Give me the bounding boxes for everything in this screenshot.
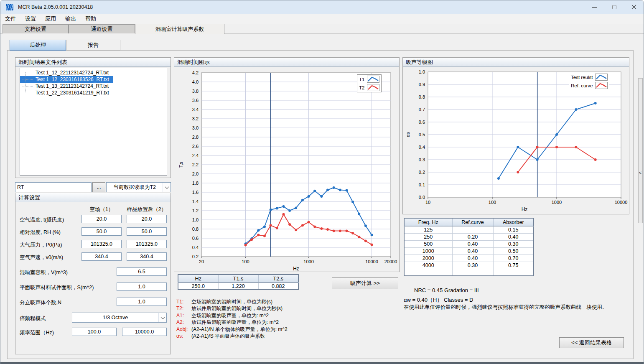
table-row: 5000.400.30	[404, 240, 534, 247]
svg-text:2.6: 2.6	[192, 144, 199, 149]
nrc-result: NRC = 0.45 Gradation = III	[414, 287, 479, 293]
svg-text:1.6: 1.6	[192, 190, 199, 195]
maximize-button[interactable]	[604, 0, 624, 14]
table-row: 250.0 1.220 0.882	[178, 283, 298, 290]
svg-text:3.6: 3.6	[192, 98, 199, 103]
list-item[interactable]: Test 1_12_221123142724_RT.txt	[20, 69, 112, 76]
col-header-t1: T1,s	[218, 275, 258, 283]
sound-speed-field2[interactable]	[127, 252, 167, 261]
panel-splitter[interactable]: <	[638, 78, 643, 223]
data-read-combo-value: 当前数据读取为T2	[107, 184, 163, 191]
svg-text:0.8: 0.8	[192, 227, 199, 232]
absorber-count-field[interactable]	[117, 298, 167, 306]
tree-branch-icon	[23, 93, 33, 93]
note-text: 空场混响室的混响时间，单位为秒(s)	[191, 298, 272, 305]
menu-file[interactable]: 文件	[0, 15, 20, 23]
sound-speed-field1[interactable]	[81, 252, 122, 261]
subtab-post-processing[interactable]: 后处理	[10, 40, 66, 51]
octave-mode-label: 倍频程模式	[20, 315, 46, 322]
rt-name-input[interactable]	[15, 182, 92, 192]
svg-text:3.4: 3.4	[192, 107, 199, 112]
svg-text:4.0: 4.0	[192, 79, 199, 84]
air-temp-field2[interactable]	[127, 215, 167, 223]
cell	[404, 269, 452, 276]
octave-mode-value: 1/3 Octave	[72, 315, 158, 321]
pressure-field2[interactable]	[127, 240, 167, 248]
svg-text:0.6: 0.6	[419, 120, 425, 125]
cell: 0.40	[452, 247, 493, 255]
rt-chart: 0.20.40.60.81.01.21.41.61.82.02.22.42.62…	[174, 67, 400, 272]
octave-mode-combo[interactable]: 1/3 Octave	[72, 313, 167, 323]
browse-button[interactable]: ...	[92, 182, 105, 192]
room-volume-field[interactable]	[117, 267, 167, 276]
note-key: αs:	[176, 333, 190, 339]
svg-text:1.4: 1.4	[192, 199, 199, 204]
calc-settings-group: 计算设置 空场（1） 样品放置后（2） 空气温度, t(摄氏度) 相对湿度, R…	[15, 193, 171, 354]
svg-text:0.2: 0.2	[419, 170, 425, 175]
list-item[interactable]: Test 1_13_221123142724_RT.txt	[20, 83, 112, 89]
note-text: 放试件后混响室的吸声量，单位为: m^2	[191, 319, 279, 326]
svg-text:0.6: 0.6	[192, 236, 199, 241]
svg-text:1.0: 1.0	[419, 69, 425, 74]
aw-result: αw = 0.40（H） Classes = D	[404, 296, 473, 304]
svg-text:1000: 1000	[552, 200, 562, 205]
list-item[interactable]: Test 1_22_230316141219_RT.txt	[20, 89, 113, 96]
cell: 0.30	[452, 262, 493, 269]
menu-output[interactable]: 输出	[61, 15, 81, 23]
tab-channel-settings[interactable]: 通道设置	[69, 24, 135, 33]
cell: 2000	[404, 255, 452, 262]
absorption-calc-button[interactable]: 吸声计算 >>	[332, 277, 398, 289]
svg-text:0.4: 0.4	[419, 145, 425, 150]
legend-entry: Test reulst	[571, 74, 608, 81]
humidity-field1[interactable]	[81, 227, 122, 236]
air-temp-field1[interactable]	[81, 215, 122, 223]
svg-text:10000: 10000	[365, 259, 378, 264]
minimize-icon	[592, 7, 597, 8]
tab-document-settings[interactable]: 文档设置	[3, 24, 69, 33]
col-header-t2: T2,s	[258, 275, 298, 283]
col-header-absorber: Absorber	[493, 218, 534, 226]
table-row: 2500.200.40	[404, 233, 534, 240]
subtab-report[interactable]: 报告	[66, 40, 120, 51]
sample-area-field[interactable]	[117, 283, 167, 291]
legend-curve-icon	[367, 84, 379, 91]
col-header-freq: Freq. Hz	[404, 218, 452, 226]
data-read-combo[interactable]: 当前数据读取为T2	[106, 182, 171, 192]
svg-text:0.4: 0.4	[192, 245, 199, 250]
cell: 500	[404, 240, 452, 247]
minimize-button[interactable]	[585, 0, 604, 14]
freq-min-field[interactable]	[72, 328, 117, 336]
cell-freq: 250.0	[178, 283, 218, 290]
menu-bar: 文件 设置 应用 输出 帮助	[0, 14, 644, 24]
svg-text:3.8: 3.8	[192, 89, 199, 94]
combo-dropdown-button[interactable]	[158, 313, 166, 322]
svg-text:3.2: 3.2	[192, 116, 199, 121]
freq-max-field[interactable]	[122, 328, 167, 336]
rt-file-list[interactable]: Test 1_12_221123142724_RT.txt Test 1_12_…	[20, 68, 167, 176]
rt-result-table: Hz T1,s T2,s 250.0 1.220 0.882	[178, 274, 299, 290]
legend-label: T2	[359, 85, 364, 90]
tree-branch-icon	[23, 86, 33, 87]
chart-legend: Test reulstRef. curve	[569, 73, 609, 90]
humidity-field2[interactable]	[127, 227, 167, 236]
close-button[interactable]	[624, 0, 644, 14]
absorption-chart: 0.00.10.20.30.40.50.60.70.80.91.01010010…	[403, 67, 630, 214]
note-key: A2:	[176, 319, 190, 326]
freq-range-label: 频率范围（Hz)	[20, 329, 54, 336]
svg-text:3.0: 3.0	[192, 125, 199, 130]
list-item-selected[interactable]: Test 1_12_230316183526_RT.txt	[20, 76, 113, 83]
menu-help[interactable]: 帮助	[81, 15, 101, 23]
room-volume-label: 混响室容积，V(m^3)	[20, 269, 68, 276]
pressure-field1[interactable]	[81, 240, 122, 248]
combo-dropdown-button[interactable]	[163, 183, 171, 192]
svg-text:20000: 20000	[384, 259, 397, 264]
maximize-icon	[612, 5, 616, 9]
menu-settings[interactable]: 设置	[20, 15, 41, 23]
tab-reverb-room-absorption[interactable]: 混响室计算吸声系数	[135, 24, 224, 34]
legend-label: Test reulst	[571, 75, 593, 80]
menu-apply[interactable]: 应用	[41, 15, 61, 23]
table-row: 40000.300.75	[404, 262, 534, 269]
window-controls	[585, 0, 644, 14]
cell-t2: 0.882	[258, 283, 298, 290]
return-results-button[interactable]: << 返回结果表格	[559, 337, 624, 348]
